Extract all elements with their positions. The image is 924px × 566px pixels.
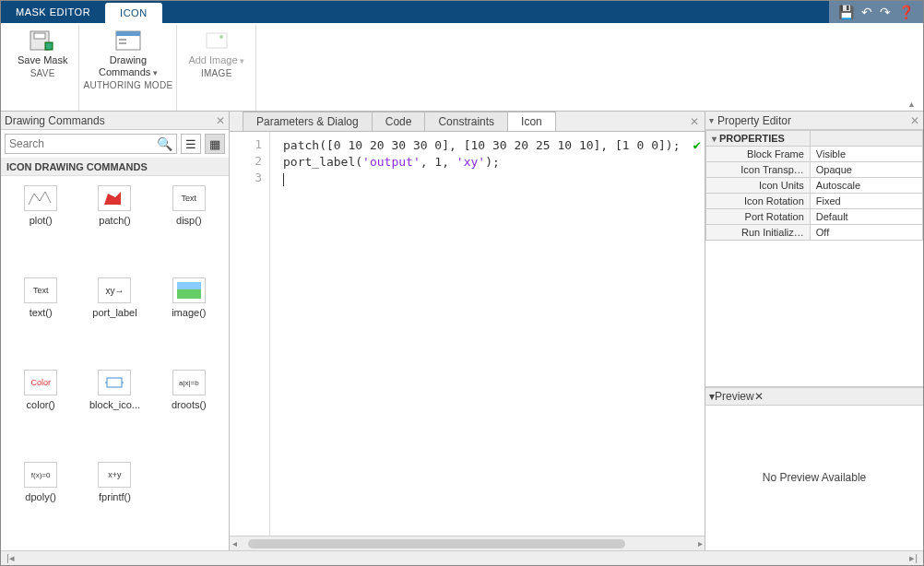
save-icon[interactable]: 💾	[838, 5, 854, 19]
property-caret-icon[interactable]: ▾	[709, 115, 714, 125]
preview-header: ▾ Preview ✕	[705, 387, 923, 406]
color-icon: Color	[24, 370, 57, 395]
ribbon-group-save: Save Mask SAVE	[6, 25, 79, 111]
cmd-plot[interactable]: plot()	[8, 185, 73, 265]
droots-icon: a|x|=b	[172, 370, 206, 395]
cmd-block-icon[interactable]: block_ico...	[82, 370, 147, 449]
scroll-track[interactable]	[248, 539, 686, 548]
table-row: Port RotationDefault	[706, 209, 923, 225]
preview-title: Preview	[715, 390, 754, 403]
scroll-thumb[interactable]	[248, 539, 625, 548]
check-ok-icon: ✔	[693, 137, 701, 152]
hscrollbar[interactable]: ◂ ▸	[230, 536, 705, 550]
svg-rect-6	[119, 42, 126, 44]
preview-text: No Preview Available	[763, 471, 867, 484]
cmd-color[interactable]: Colorcolor()	[8, 370, 73, 449]
prop-icon-transp[interactable]: Opaque	[810, 162, 922, 178]
ribbon-group-authoring-label: AUTHORING MODE	[83, 78, 172, 93]
svg-marker-9	[104, 192, 121, 205]
add-image-icon	[202, 29, 231, 53]
tab-icon[interactable]: ICON	[105, 3, 162, 23]
section-header: ICON DRAWING COMMANDS	[1, 159, 229, 176]
left-panel-header: Drawing Commands ✕	[1, 112, 229, 130]
redo-icon[interactable]: ↷	[880, 5, 891, 19]
preview-close-icon[interactable]: ✕	[754, 390, 764, 403]
ribbon: Save Mask SAVE Drawing Commands AUTHORIN…	[1, 23, 923, 112]
property-blank	[705, 241, 923, 387]
property-editor-close-icon[interactable]: ✕	[910, 114, 919, 127]
disp-icon: Text	[172, 185, 206, 211]
ribbon-collapse-icon[interactable]: ▴	[906, 97, 918, 111]
cmd-patch[interactable]: patch()	[82, 185, 147, 265]
svg-rect-2	[45, 42, 53, 50]
tab-code[interactable]: Code	[372, 112, 426, 131]
cmd-disp[interactable]: Textdisp()	[157, 185, 221, 265]
prop-icon-units[interactable]: Autoscale	[810, 178, 922, 194]
tab-icon-editor[interactable]: Icon	[507, 112, 556, 131]
list-view-button[interactable]: ☰	[181, 134, 201, 154]
tab-parameters[interactable]: Parameters & Dialog	[243, 112, 373, 131]
center-tabs-close-icon[interactable]: ✕	[684, 112, 705, 131]
drawing-commands-button[interactable]: Drawing Commands	[91, 25, 165, 78]
code-area[interactable]: patch([0 10 20 30 30 0], [10 30 20 25 10…	[270, 132, 705, 536]
table-row: Icon Transp…Opaque	[706, 162, 923, 178]
save-mask-button[interactable]: Save Mask	[10, 25, 75, 66]
properties-header[interactable]: ▾PROPERTIES	[706, 131, 811, 147]
footer: |◂ ▸|	[1, 550, 923, 565]
ribbon-group-authoring: Drawing Commands AUTHORING MODE	[79, 25, 177, 111]
ribbon-group-image-label: IMAGE	[201, 66, 232, 81]
preview-body: No Preview Available	[705, 406, 923, 551]
block-icon-icon	[98, 370, 131, 395]
left-panel-title: Drawing Commands	[5, 114, 105, 127]
drawing-commands-icon	[113, 29, 143, 53]
grid-view-button[interactable]: ▦	[205, 134, 225, 154]
cmd-image[interactable]: image()	[157, 277, 221, 357]
cmd-dpoly[interactable]: f(x)=0dpoly()	[8, 462, 73, 541]
cmd-droots[interactable]: a|x|=bdroots()	[157, 370, 221, 449]
table-row: Run Initializ…Off	[706, 225, 923, 241]
svg-rect-7	[207, 33, 227, 48]
text-icon: Text	[24, 277, 57, 303]
save-mask-label: Save Mask	[18, 54, 67, 66]
scroll-right-icon[interactable]: ▸	[695, 538, 705, 548]
scroll-left-icon[interactable]: ◂	[230, 538, 239, 548]
footer-left-icon[interactable]: |◂	[6, 552, 15, 564]
add-image-label: Add Image	[188, 54, 244, 66]
cmd-fprintf[interactable]: x+yfprintf()	[82, 462, 147, 541]
prop-port-rotation[interactable]: Default	[810, 209, 922, 225]
image-icon	[172, 277, 206, 303]
main: Drawing Commands ✕ 🔍 ☰ ▦ ICON DRAWING CO…	[1, 112, 923, 550]
svg-rect-1	[34, 33, 45, 39]
dpoly-icon: f(x)=0	[24, 462, 57, 488]
svg-rect-4	[116, 31, 140, 36]
property-editor-header: ▾ Property Editor ✕	[705, 112, 923, 130]
footer-right-icon[interactable]: ▸|	[909, 552, 918, 564]
center-tabs: Parameters & Dialog Code Constraints Ico…	[230, 112, 705, 132]
tab-mask-editor[interactable]: MASK EDITOR	[1, 1, 105, 23]
undo-icon[interactable]: ↶	[861, 5, 872, 19]
prop-block-frame[interactable]: Visible	[810, 147, 922, 162]
prop-icon-rotation[interactable]: Fixed	[810, 194, 922, 209]
port-label-icon: xy→	[98, 277, 131, 303]
svg-rect-12	[107, 378, 122, 387]
help-icon[interactable]: ❓	[898, 5, 914, 19]
ribbon-group-save-label: SAVE	[30, 66, 55, 81]
save-mask-icon	[28, 29, 57, 53]
titlebar-tabs: MASK EDITOR ICON	[1, 1, 162, 23]
svg-rect-5	[119, 39, 126, 41]
cmd-port-label[interactable]: xy→port_label	[82, 277, 147, 357]
ribbon-group-image: Add Image IMAGE	[177, 25, 256, 111]
svg-rect-11	[177, 282, 201, 289]
search-input[interactable]	[9, 137, 157, 150]
property-editor-title: Property Editor	[717, 114, 791, 127]
gutter: 1 2 3	[230, 132, 270, 536]
tab-constraints[interactable]: Constraints	[424, 112, 508, 131]
code-editor[interactable]: 1 2 3 patch([0 10 20 30 30 0], [10 30 20…	[230, 132, 705, 536]
left-panel: Drawing Commands ✕ 🔍 ☰ ▦ ICON DRAWING CO…	[1, 112, 230, 550]
search-icon[interactable]: 🔍	[157, 136, 172, 151]
titlebar: MASK EDITOR ICON 💾 ↶ ↷ ❓	[1, 1, 923, 23]
cmd-text[interactable]: Texttext()	[8, 277, 73, 357]
search-box[interactable]: 🔍	[5, 134, 177, 154]
left-panel-close-icon[interactable]: ✕	[216, 114, 225, 127]
prop-run-init[interactable]: Off	[810, 225, 922, 241]
